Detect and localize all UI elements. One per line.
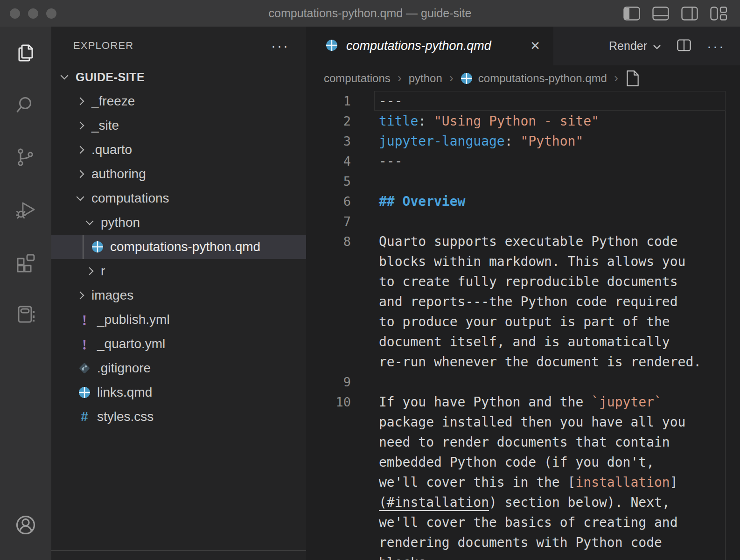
code-line: re-run whenever the document is rendered…: [306, 352, 740, 372]
code-editor[interactable]: 1---2title: "Using Python - site"3jupyte…: [306, 91, 740, 560]
tree-item-GUIDE-SITE[interactable]: GUIDE-SITE: [51, 65, 306, 89]
activity-bar-run-debug[interactable]: [0, 183, 51, 236]
tree-item-label: styles.css: [97, 409, 154, 424]
layout-panel-icon[interactable]: [652, 7, 669, 21]
code-text: embedded Python code (if you don't,: [351, 452, 654, 472]
activity-bar-source-control[interactable]: [0, 131, 51, 183]
code-text: document itself, and is automatically: [351, 332, 670, 352]
code-text: package installed then you have all you: [351, 412, 685, 432]
tree-item-.gitignore[interactable]: .gitignore: [51, 356, 306, 380]
chevron-right-icon: [77, 146, 84, 154]
tree-item-label: .gitignore: [97, 361, 151, 376]
code-line: 3jupyter-language: "Python": [306, 131, 740, 151]
activity-bar-search[interactable]: [0, 79, 51, 131]
editor-more-actions-button[interactable]: ···: [707, 44, 725, 49]
quarto-icon: [91, 239, 105, 254]
tab-computations-python[interactable]: computations-python.qmd ✕: [306, 27, 553, 65]
code-text: jupyter-language: "Python": [351, 131, 583, 151]
line-number: 4: [306, 151, 351, 171]
activity-bar-account[interactable]: [0, 513, 51, 537]
activity-bar-explorer[interactable]: [0, 27, 51, 79]
titlebar-layout-controls: [623, 7, 727, 21]
file-tree: GUIDE-SITE_freeze_site.quartoauthoringco…: [51, 65, 306, 429]
chevron-right-icon: [77, 170, 84, 178]
breadcrumb-item-computations-python.qmd[interactable]: computations-python.qmd: [461, 72, 607, 85]
editor-actions: Render ···: [609, 27, 740, 65]
layout-sidebar-right-icon[interactable]: [681, 7, 698, 21]
explorer-more-actions-button[interactable]: ···: [271, 43, 289, 48]
activity-bar: [0, 27, 51, 560]
tree-item-authoring[interactable]: authoring: [51, 162, 306, 186]
render-button[interactable]: Render: [609, 39, 661, 53]
zoom-button[interactable]: [46, 8, 56, 19]
line-number: 3: [306, 131, 351, 151]
tree-item-computations-python.qmd[interactable]: computations-python.qmd: [51, 235, 306, 259]
line-number: [306, 252, 351, 272]
explorer-title: EXPLORER: [73, 40, 133, 52]
layout-sidebar-left-icon[interactable]: [623, 7, 640, 21]
breadcrumb-item-symbol[interactable]: [625, 70, 640, 87]
breadcrumb-item-python[interactable]: python: [409, 72, 442, 85]
yaml-icon: !: [77, 336, 91, 351]
minimize-button[interactable]: [28, 8, 38, 19]
line-number: 8: [306, 231, 351, 252]
tree-item-label: authoring: [91, 167, 146, 182]
code-text: ---: [351, 151, 403, 171]
code-text: we'll cover this in the [installation]: [351, 472, 678, 492]
file-icon: [625, 70, 640, 87]
tree-item-label: GUIDE-SITE: [76, 70, 145, 84]
line-number: [306, 312, 351, 332]
close-button[interactable]: [10, 8, 20, 19]
layout-customize-icon[interactable]: [710, 7, 727, 21]
code-line: 2title: "Using Python - site": [306, 111, 740, 131]
code-line: we'll cover the basics of creating and: [306, 512, 740, 532]
tree-item-_quarto.yml[interactable]: !_quarto.yml: [51, 332, 306, 356]
tree-item-.quarto[interactable]: .quarto: [51, 138, 306, 162]
notebook-icon: [15, 303, 36, 325]
tree-item-images[interactable]: images: [51, 283, 306, 308]
activity-bar-notebook[interactable]: [0, 288, 51, 340]
split-editor-button[interactable]: [677, 39, 691, 53]
chevron-right-icon: [77, 292, 84, 300]
chevron-right-icon: [77, 122, 84, 130]
code-line: 1---: [306, 91, 740, 111]
tab-close-button[interactable]: ✕: [530, 39, 540, 53]
line-number: [306, 332, 351, 352]
editor-group: computations-python.qmd ✕ Render ··· com…: [306, 27, 740, 560]
code-line: 9: [306, 372, 740, 392]
line-number: [306, 352, 351, 372]
explorer-header: EXPLORER ···: [51, 27, 306, 65]
line-number: [306, 532, 351, 553]
line-number: 10: [306, 392, 351, 412]
code-line: we'll cover this in the [installation]: [306, 472, 740, 492]
chevron-down-icon: [61, 72, 69, 80]
code-line: blocks.: [306, 553, 740, 560]
code-line: 6## Overview: [306, 191, 740, 211]
tree-item-python[interactable]: python: [51, 210, 306, 235]
tree-item-styles.css[interactable]: #styles.css: [51, 405, 306, 429]
activity-bar-extensions[interactable]: [0, 236, 51, 288]
tree-item-_freeze[interactable]: _freeze: [51, 89, 306, 113]
tree-item-links.qmd[interactable]: links.qmd: [51, 380, 306, 405]
tree-item-_publish.yml[interactable]: !_publish.yml: [51, 308, 306, 332]
tree-item-_site[interactable]: _site: [51, 113, 306, 138]
code-text: If you have Python and the `jupyter`: [351, 392, 662, 412]
breadcrumb-separator: ›: [398, 71, 402, 85]
line-number: [306, 412, 351, 432]
tree-item-label: links.qmd: [97, 385, 152, 400]
tree-item-label: _quarto.yml: [97, 336, 165, 351]
tree-item-r[interactable]: r: [51, 259, 306, 283]
code-text: need to render documents that contain: [351, 432, 670, 452]
outline-header[interactable]: OUTLINE: [51, 551, 306, 560]
code-line: 5: [306, 171, 740, 191]
line-number: [306, 553, 351, 560]
explorer-sidebar: EXPLORER ··· GUIDE-SITE_freeze_site.quar…: [51, 27, 306, 560]
code-text: (#installation) section below). Next,: [351, 492, 670, 512]
tree-item-computations[interactable]: computations: [51, 186, 306, 210]
yaml-icon: !: [77, 312, 91, 327]
files-icon: [15, 42, 36, 63]
breadcrumb-item-computations[interactable]: computations: [324, 72, 391, 85]
code-text: and reports---the Python code required: [351, 292, 678, 312]
line-number: 1: [306, 91, 351, 111]
outline-section: OUTLINE: [51, 550, 306, 560]
